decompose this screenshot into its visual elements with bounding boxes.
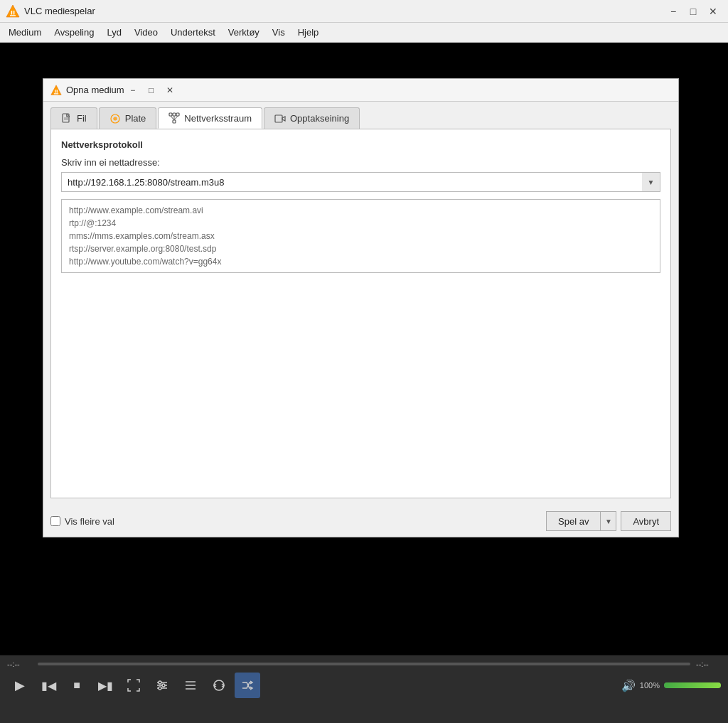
controls-row: ▶ ▮◀ ■ ▶▮ — [0, 670, 728, 701]
dialog-controls: − □ ✕ — [124, 83, 178, 97]
svg-rect-2 — [14, 11, 15, 15]
dialog-footer: Vis fleire val Spel av ▼ Avbryt — [43, 505, 678, 537]
svg-rect-7 — [54, 93, 58, 94]
dialog-minimize-button[interactable]: − — [124, 83, 141, 97]
url-input[interactable] — [61, 172, 660, 192]
svg-rect-5 — [55, 90, 55, 92]
list-item[interactable]: mms://mms.examples.com/stream.asx — [69, 230, 653, 242]
svg-rect-6 — [57, 90, 58, 92]
svg-line-19 — [171, 116, 174, 120]
file-icon — [61, 113, 73, 124]
time-start: --:-- — [7, 660, 32, 668]
shuffle-button[interactable] — [235, 673, 260, 698]
volume-wrap: 🔊 100% — [621, 679, 721, 692]
show-more-label: Vis fleire val — [65, 516, 114, 527]
svg-rect-1 — [11, 11, 13, 15]
minimize-button[interactable]: − — [664, 4, 682, 18]
list-item[interactable]: http://www.example.com/stream.avi — [69, 204, 653, 217]
url-examples-list: http://www.example.com/stream.avi rtp://… — [61, 199, 660, 273]
dialog-title: Opna medium — [66, 85, 124, 95]
title-bar-controls: − □ ✕ — [664, 4, 722, 18]
volume-percentage: 100% — [640, 681, 660, 690]
menu-hjelp[interactable]: Hjelp — [292, 24, 325, 41]
title-bar: VLC mediespelar − □ ✕ — [0, 0, 728, 23]
tab-fil[interactable]: Fil — [50, 107, 97, 129]
tab-nettverksstraum-label: Nettverksstraum — [184, 113, 252, 124]
svg-point-14 — [114, 118, 116, 119]
section-title: Nettverksprotokoll — [61, 139, 660, 150]
vlc-logo — [6, 4, 20, 18]
loop-button[interactable] — [206, 673, 232, 698]
volume-fill — [664, 682, 721, 688]
tab-bar: Fil Plate — [43, 102, 678, 129]
menu-verktoy[interactable]: Verktøy — [223, 24, 265, 41]
menu-video[interactable]: Video — [129, 24, 164, 41]
disc-icon — [109, 113, 121, 124]
menu-bar: Medium Avspeling Lyd Video Undertekst Ve… — [0, 23, 728, 43]
extended-settings-button[interactable] — [149, 673, 175, 698]
capture-icon — [274, 113, 286, 124]
main-video-area: Opna medium − □ ✕ Fil — [0, 43, 728, 655]
time-end: --:-- — [696, 660, 721, 668]
list-item[interactable]: http://www.youtube.com/watch?v=gg64x — [69, 255, 653, 268]
svg-rect-17 — [176, 113, 179, 116]
cancel-button[interactable]: Avbryt — [621, 511, 671, 531]
svg-point-27 — [159, 681, 161, 684]
field-label: Skriv inn ei nettadresse: — [61, 157, 660, 168]
tab-opptakseining-label: Opptakseining — [290, 113, 349, 124]
url-input-wrap: ▼ — [61, 172, 660, 192]
network-icon — [168, 112, 180, 124]
menu-vis[interactable]: Vis — [267, 24, 291, 41]
open-media-dialog: Opna medium − □ ✕ Fil — [43, 78, 679, 537]
svg-line-21 — [174, 116, 178, 120]
play-dropdown-button[interactable]: ▼ — [601, 511, 616, 531]
dialog-titlebar: Opna medium − □ ✕ — [43, 79, 678, 102]
svg-rect-3 — [10, 15, 16, 16]
tab-opptakseining[interactable]: Opptakseining — [264, 107, 360, 129]
menu-undertekst[interactable]: Undertekst — [165, 24, 221, 41]
volume-icon[interactable]: 🔊 — [621, 679, 636, 692]
svg-rect-18 — [173, 120, 176, 123]
tab-fil-label: Fil — [77, 113, 87, 124]
svg-rect-16 — [173, 113, 176, 116]
maximize-button[interactable]: □ — [684, 4, 702, 18]
footer-buttons: Spel av ▼ Avbryt — [546, 511, 671, 531]
tab-plate[interactable]: Plate — [99, 107, 157, 129]
list-item[interactable]: rtsp://server.example.org:8080/test.sdp — [69, 242, 653, 255]
list-item[interactable]: rtp://@:1234 — [69, 217, 653, 230]
dialog-content: Nettverksprotokoll Skriv inn ei nettadre… — [50, 129, 671, 498]
app-title: VLC mediespelar — [24, 6, 664, 16]
seek-bar-wrap: --:-- --:-- — [0, 655, 728, 670]
dialog-close-button[interactable]: ✕ — [161, 83, 178, 97]
svg-point-29 — [159, 687, 161, 690]
url-dropdown-button[interactable]: ▼ — [642, 172, 660, 192]
play-button[interactable]: Spel av — [546, 511, 601, 531]
svg-marker-23 — [282, 117, 285, 121]
tab-nettverksstraum[interactable]: Nettverksstraum — [158, 107, 262, 129]
play-button-group: Spel av ▼ — [546, 511, 616, 531]
svg-rect-22 — [275, 115, 282, 122]
menu-lyd[interactable]: Lyd — [101, 24, 127, 41]
playlist-button[interactable] — [178, 673, 203, 698]
svg-point-28 — [162, 684, 165, 687]
next-button[interactable]: ▶▮ — [92, 673, 118, 698]
close-button[interactable]: ✕ — [704, 4, 722, 18]
menu-medium[interactable]: Medium — [3, 24, 47, 41]
svg-rect-15 — [169, 113, 172, 116]
fullscreen-button[interactable] — [121, 673, 146, 698]
prev-button[interactable]: ▮◀ — [36, 673, 61, 698]
stop-button[interactable]: ■ — [64, 673, 90, 698]
play-pause-button[interactable]: ▶ — [7, 673, 33, 698]
show-more-checkbox[interactable] — [50, 516, 60, 526]
dialog-maximize-button[interactable]: □ — [143, 83, 160, 97]
menu-avspeling[interactable]: Avspeling — [48, 24, 100, 41]
seek-bar[interactable] — [38, 663, 690, 665]
volume-slider[interactable] — [664, 682, 721, 688]
show-more-wrap: Vis fleire val — [50, 516, 114, 527]
player-bar: --:-- --:-- ▶ ▮◀ ■ ▶▮ — [0, 655, 728, 723]
tab-plate-label: Plate — [125, 113, 146, 124]
